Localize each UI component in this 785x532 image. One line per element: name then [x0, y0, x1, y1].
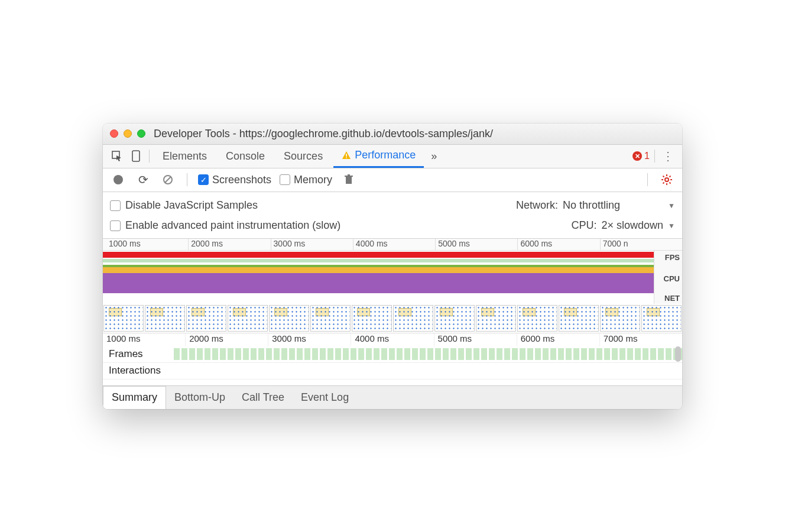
memory-checkbox[interactable]: Memory [280, 174, 332, 186]
fps-lane: FPS [103, 251, 682, 265]
tab-elements[interactable]: Elements [154, 144, 215, 168]
screenshot-thumb[interactable] [476, 305, 516, 332]
reload-icon[interactable]: ⟳ [135, 171, 151, 188]
tick: 7000 ms [599, 333, 682, 346]
tracks-pane[interactable]: 1000 ms 2000 ms 3000 ms 4000 ms 5000 ms … [103, 333, 682, 385]
svg-rect-1 [132, 151, 140, 161]
screenshot-thumb[interactable] [600, 305, 640, 332]
disable-js-samples-checkbox[interactable]: Disable JavaScript Samples [110, 199, 258, 212]
error-badge[interactable]: ✕ 1 [632, 151, 650, 161]
checkbox-empty-icon [110, 200, 121, 211]
cpu-lane: CPU [103, 265, 682, 293]
inspect-icon[interactable] [109, 148, 125, 164]
enable-paint-checkbox[interactable]: Enable advanced paint instrumentation (s… [110, 219, 340, 232]
tick: 4000 ms [353, 239, 435, 250]
tick: 1000 ms [103, 333, 185, 346]
frames-strip[interactable] [174, 348, 682, 360]
titlebar: Developer Tools - https://googlechrome.g… [103, 124, 682, 145]
screenshot-thumb[interactable] [641, 305, 682, 332]
tab-performance[interactable]: Performance [333, 144, 424, 168]
overview-pane[interactable]: 1000 ms 2000 ms 3000 ms 4000 ms 5000 ms … [103, 239, 682, 333]
screenshots-checkbox[interactable]: ✓ Screenshots [198, 174, 271, 186]
tick: 5000 ms [434, 333, 517, 346]
cpu-label: CPU: [572, 219, 597, 232]
tab-summary[interactable]: Summary [103, 386, 166, 409]
screenshot-thumb[interactable] [145, 305, 185, 332]
fps-label: FPS [654, 251, 682, 265]
perf-toolbar: ⟳ ✓ Screenshots Memory [103, 168, 682, 192]
network-value: No throttling [563, 199, 620, 212]
tab-console[interactable]: Console [218, 144, 273, 168]
cpu-dropdown[interactable]: 2× slowdown ▼ [602, 219, 675, 232]
screenshot-thumb[interactable] [103, 305, 144, 332]
svg-line-15 [670, 183, 671, 184]
tabs-more[interactable]: » [426, 144, 442, 168]
memory-label: Memory [294, 174, 332, 186]
tick: 7000 n [600, 239, 682, 250]
error-count: 1 [644, 151, 650, 161]
disable-js-label: Disable JavaScript Samples [125, 199, 258, 212]
panel-tabs: Elements Console Sources Performance » ✕… [103, 145, 682, 168]
screenshot-thumb[interactable] [517, 305, 557, 332]
screenshot-thumb[interactable] [434, 305, 475, 332]
tick: 6000 ms [517, 333, 599, 346]
svg-line-14 [663, 176, 664, 177]
window-controls [110, 129, 145, 138]
svg-line-17 [670, 176, 671, 177]
kebab-menu-icon[interactable]: ⋮ [660, 148, 676, 164]
divider [187, 173, 187, 186]
divider [654, 150, 655, 163]
scrollbar-thumb[interactable] [675, 346, 681, 362]
record-button[interactable] [110, 171, 126, 188]
tick: 4000 ms [351, 333, 433, 346]
settings-gear-icon[interactable] [659, 171, 675, 188]
network-label: Network: [516, 199, 558, 212]
trash-icon[interactable] [340, 171, 357, 188]
tab-performance-label: Performance [355, 149, 416, 161]
detail-tabs: Summary Bottom-Up Call Tree Event Log [103, 385, 682, 409]
screenshot-thumb[interactable] [228, 305, 268, 332]
tracks-ruler: 1000 ms 2000 ms 3000 ms 4000 ms 5000 ms … [103, 333, 682, 346]
screenshot-thumb[interactable] [352, 305, 392, 332]
screenshot-thumb[interactable] [186, 305, 226, 332]
svg-rect-6 [346, 177, 352, 184]
zoom-icon[interactable] [137, 129, 145, 138]
tab-sources[interactable]: Sources [275, 144, 331, 168]
svg-rect-8 [348, 174, 350, 176]
devtools-window: Developer Tools - https://googlechrome.g… [103, 124, 682, 409]
tick: 3000 ms [271, 239, 353, 250]
svg-rect-3 [346, 157, 347, 158]
svg-line-16 [663, 183, 664, 184]
device-icon[interactable] [128, 148, 144, 164]
window-title: Developer Tools - https://googlechrome.g… [154, 128, 493, 140]
net-label: NET [654, 293, 682, 304]
tick: 2000 ms [188, 239, 270, 250]
minimize-icon[interactable] [124, 129, 132, 138]
checkbox-empty-icon [280, 174, 290, 185]
tab-bottom-up[interactable]: Bottom-Up [166, 386, 233, 409]
tick: 5000 ms [435, 239, 517, 250]
checkbox-checked-icon: ✓ [198, 174, 209, 185]
cpu-label: CPU [654, 265, 682, 293]
clear-icon[interactable] [160, 171, 176, 188]
network-dropdown[interactable]: No throttling ▼ [563, 199, 675, 212]
svg-line-5 [165, 177, 171, 183]
chevron-down-icon: ▼ [668, 202, 675, 210]
screenshot-thumb[interactable] [559, 305, 599, 332]
screenshot-thumb[interactable] [269, 305, 309, 332]
frames-track[interactable]: Frames [103, 346, 682, 363]
chevron-down-icon: ▼ [668, 222, 675, 230]
tab-call-tree[interactable]: Call Tree [233, 386, 293, 409]
tick: 1000 ms [106, 239, 188, 250]
tab-event-log[interactable]: Event Log [293, 386, 357, 409]
svg-point-9 [665, 178, 669, 181]
close-icon[interactable] [110, 129, 118, 138]
error-icon: ✕ [632, 151, 642, 161]
enable-paint-label: Enable advanced paint instrumentation (s… [125, 219, 340, 232]
screenshot-thumb[interactable] [393, 305, 433, 332]
screenshot-thumb[interactable] [310, 305, 351, 332]
tick: 6000 ms [517, 239, 599, 250]
interactions-track[interactable]: Interactions [103, 363, 682, 379]
perf-options: Disable JavaScript Samples Network: No t… [103, 192, 682, 239]
tick: 3000 ms [268, 333, 351, 346]
